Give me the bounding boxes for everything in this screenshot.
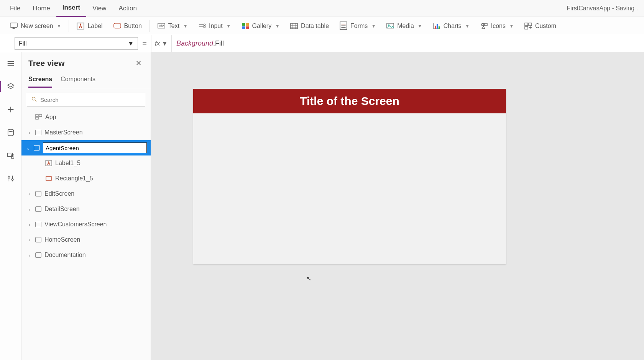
- devices-icon: [7, 151, 15, 160]
- screen-icon: [35, 206, 41, 212]
- chevron-down-icon: ▼: [509, 24, 514, 28]
- label-button[interactable]: Label: [71, 17, 108, 35]
- svg-rect-12: [246, 23, 249, 26]
- chevron-right-icon: ›: [27, 130, 32, 136]
- equals-label: =: [138, 35, 151, 52]
- tree-item-label: EditScreen: [44, 190, 74, 197]
- close-panel-button[interactable]: ✕: [133, 57, 144, 69]
- tree-item-viewcustomersscreen[interactable]: › ViewCustomersScreen: [21, 217, 151, 232]
- svg-rect-14: [246, 26, 249, 29]
- svg-rect-15: [291, 23, 297, 29]
- tab-components[interactable]: Components: [61, 74, 95, 88]
- input-icon: [198, 23, 206, 29]
- canvas-area[interactable]: Title of the Screen ↖: [151, 52, 644, 360]
- rectangle-icon: [45, 175, 52, 182]
- tree-item-rectangle1-5[interactable]: Rectangle1_5: [21, 171, 151, 186]
- media-icon: [386, 23, 394, 29]
- tree-item-label1-5[interactable]: Label1_5: [21, 155, 151, 171]
- screen-title-bar[interactable]: Title of the Screen: [193, 89, 506, 113]
- forms-icon: [340, 23, 347, 29]
- cursor-icon: ↖: [306, 275, 312, 283]
- custom-label: Custom: [535, 23, 556, 29]
- text-label: Text: [168, 23, 179, 29]
- menu-view[interactable]: View: [86, 0, 113, 17]
- menu-home[interactable]: Home: [26, 0, 56, 17]
- formula-input[interactable]: Background.Fill: [172, 35, 644, 52]
- tree-item-label: HomeScreen: [44, 236, 80, 243]
- icons-icon: [480, 23, 488, 29]
- svg-point-47: [12, 178, 13, 180]
- tree-item-homescreen[interactable]: › HomeScreen: [21, 232, 151, 247]
- gallery-icon: [242, 23, 249, 29]
- tree-item-detailscreen[interactable]: › DetailScreen: [21, 201, 151, 217]
- svg-rect-28: [435, 26, 436, 29]
- datatable-icon: [290, 23, 298, 29]
- left-rail: [0, 52, 21, 360]
- tree-item-editscreen[interactable]: › EditScreen: [21, 186, 151, 201]
- close-icon: ✕: [136, 59, 141, 67]
- svg-rect-0: [10, 23, 17, 28]
- tree-item-label: MasterScreen: [44, 129, 83, 136]
- chevron-right-icon: ›: [27, 191, 32, 197]
- svg-rect-32: [485, 23, 487, 26]
- forms-button[interactable]: Forms ▼: [334, 17, 381, 35]
- tree-item-label: Label1_5: [55, 160, 80, 167]
- tree-view-rail-button[interactable]: [3, 79, 18, 94]
- chevron-down-icon: ▼: [418, 24, 422, 28]
- screen-title-text: Title of the Screen: [300, 95, 399, 108]
- icons-button[interactable]: Icons ▼: [475, 17, 519, 35]
- tab-screens[interactable]: Screens: [28, 74, 52, 88]
- fx-button[interactable]: fx ▼: [151, 35, 172, 52]
- media-button[interactable]: Media ▼: [381, 17, 427, 35]
- tree-item-masterscreen[interactable]: › MasterScreen: [21, 125, 151, 140]
- text-button[interactable]: Abc Text ▼: [152, 17, 193, 35]
- media-rail-button[interactable]: [3, 148, 18, 163]
- svg-line-49: [35, 100, 36, 101]
- svg-text:Abc: Abc: [159, 25, 164, 28]
- charts-button[interactable]: Charts ▼: [427, 17, 475, 35]
- gallery-label: Gallery: [252, 23, 272, 29]
- tree-list: App › MasterScreen ⌄ Label1_5: [21, 110, 151, 360]
- database-icon: [7, 128, 15, 137]
- screen-icon: [35, 130, 41, 135]
- data-rail-button[interactable]: [3, 125, 18, 140]
- hamburger-button[interactable]: [3, 56, 18, 71]
- tree-item-label: DetailScreen: [44, 206, 80, 213]
- sliders-icon: [7, 174, 15, 183]
- menu-file[interactable]: File: [4, 0, 26, 17]
- menu-action[interactable]: Action: [113, 0, 143, 17]
- input-label: Input: [209, 23, 223, 29]
- svg-point-41: [8, 129, 13, 132]
- datatable-button[interactable]: Data table: [285, 17, 334, 35]
- gallery-button[interactable]: Gallery ▼: [236, 17, 285, 35]
- insert-rail-button[interactable]: [3, 102, 18, 117]
- label-icon: [45, 160, 52, 166]
- screen-icon: [10, 23, 18, 29]
- app-title: FirstCanvasApp - Saving .: [567, 5, 640, 12]
- custom-button[interactable]: Custom: [519, 17, 562, 35]
- text-icon: Abc: [158, 23, 165, 29]
- tree-item-app[interactable]: App: [21, 110, 151, 125]
- advanced-rail-button[interactable]: [3, 171, 18, 186]
- menu-bar: File Home Insert View Action FirstCanvas…: [0, 0, 644, 17]
- tree-item-documentation[interactable]: › Documentation: [21, 247, 151, 263]
- tree-item-agentscreen-editing[interactable]: ⌄: [21, 140, 151, 155]
- chevron-down-icon: ▼: [275, 24, 279, 28]
- button-button[interactable]: Button: [108, 17, 147, 35]
- tree-search-input[interactable]: [40, 97, 141, 103]
- rename-input[interactable]: [43, 142, 147, 153]
- property-selector[interactable]: Fill ▼: [15, 37, 138, 50]
- insert-ribbon: New screen ▼ Label Button Abc Text ▼ Inp…: [0, 17, 644, 35]
- new-screen-button[interactable]: New screen ▼: [5, 17, 66, 35]
- datatable-label: Data table: [301, 23, 329, 29]
- screen-canvas[interactable]: Title of the Screen: [193, 89, 506, 264]
- svg-rect-51: [39, 115, 42, 116]
- chevron-down-icon: ▼: [371, 24, 376, 28]
- screen-icon: [35, 222, 41, 227]
- tree-item-label: App: [45, 114, 56, 121]
- input-button[interactable]: Input ▼: [193, 17, 236, 35]
- chevron-down-icon: ▼: [227, 24, 231, 28]
- menu-insert[interactable]: Insert: [56, 0, 86, 17]
- tree-search[interactable]: [27, 93, 145, 106]
- tree-view-title: Tree view: [28, 59, 65, 68]
